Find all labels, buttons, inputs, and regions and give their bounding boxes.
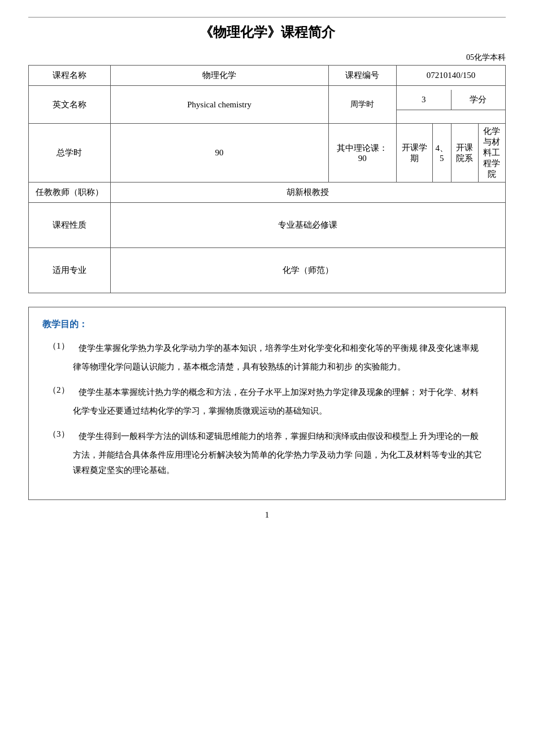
semester-dept-group: 开课学期 4、5 开课院系 化学与材料工程学院 <box>397 124 506 183</box>
top-line <box>28 17 506 18</box>
teaching-item-3: （3） 使学生得到一般科学方法的训练和逻辑思维能力的培养，掌握归纳和演绎或由假设… <box>42 429 492 478</box>
label-course-name: 课程名称 <box>29 66 111 86</box>
value-course-name: 物理化学 <box>110 66 328 86</box>
label-xuefen: 学分 <box>451 90 505 110</box>
label-total-hours: 总学时 <box>29 124 111 183</box>
label-semester: 开课学期 <box>397 124 432 182</box>
item-num-3: （3） <box>48 429 70 444</box>
value-dept: 化学与材料工程学院 <box>478 124 505 182</box>
label-major: 适用专业 <box>29 248 111 293</box>
page-number: 1 <box>28 510 506 520</box>
item-text-1-line1: 使学生掌握化学热力学及化学动力学的基本知识，培养学生对化学变化和相变化等的平衡规… <box>79 341 479 356</box>
teaching-item-2: （2） 使学生基本掌握统计热力学的概念和方法，在分子水平上加深对热力学定律及现象… <box>42 385 492 419</box>
value-major: 化学（师范） <box>110 248 505 293</box>
table-row-hours: 总学时 90 其中理论课：90 开课学期 4、5 开课院系 化学与材料工程学院 <box>29 124 506 183</box>
course-info-table: 课程名称 物理化学 课程编号 07210140/150 英文名称 Physica… <box>28 65 506 293</box>
item-num-1: （1） <box>48 341 70 356</box>
value-total-hours: 90 <box>110 124 328 183</box>
table-row-course-name: 课程名称 物理化学 课程编号 07210140/150 <box>29 66 506 86</box>
label-english-name: 英文名称 <box>29 86 111 124</box>
item-text-2-line2: 化学专业还要通过结构化学的学习，掌握物质微观运动的基础知识。 <box>48 403 492 419</box>
teaching-section: 教学目的： （1） 使学生掌握化学热力学及化学动力学的基本知识，培养学生对化学变… <box>28 307 506 500</box>
table-row-major: 适用专业 化学（师范） <box>29 248 506 293</box>
value-nature: 专业基础必修课 <box>110 203 505 248</box>
label-dept: 开课院系 <box>451 124 478 182</box>
table-row-teacher: 任教教师（职称） 胡新根教授 <box>29 183 506 203</box>
item-text-2-line1: 使学生基本掌握统计热力学的概念和方法，在分子水平上加深对热力学定律及现象的理解；… <box>79 385 479 400</box>
table-row-english-name: 英文名称 Physical chemistry 周学时 3 学分 <box>29 86 506 124</box>
label-nature: 课程性质 <box>29 203 111 248</box>
value-course-code: 07210140/150 <box>397 66 506 86</box>
label-theory-hours: 其中理论课：90 <box>328 124 397 183</box>
item-num-2: （2） <box>48 385 70 400</box>
item-text-3-line3: 课程奠定坚实的理论基础。 <box>48 463 492 478</box>
value-teacher: 胡新根教授 <box>110 183 505 203</box>
value-weekly-hours: 3 <box>397 90 451 110</box>
teaching-title: 教学目的： <box>42 319 492 331</box>
table-row-nature: 课程性质 专业基础必修课 <box>29 203 506 248</box>
page-title: 《物理化学》课程简介 <box>28 23 506 41</box>
value-english-name: Physical chemistry <box>110 86 328 124</box>
subtitle: 05化学本科 <box>28 53 506 63</box>
label-course-code: 课程编号 <box>328 66 397 86</box>
item-text-3-line2: 方法，并能结合具体条件应用理论分析解决较为简单的化学热力学及动力学 问题，为化工… <box>48 447 492 463</box>
value-semester: 4、5 <box>432 124 451 182</box>
item-text-3-line1: 使学生得到一般科学方法的训练和逻辑思维能力的培养，掌握归纳和演绎或由假设和模型上… <box>79 429 479 444</box>
label-teacher: 任教教师（职称） <box>29 183 111 203</box>
label-weekly-hours: 周学时 <box>328 86 397 124</box>
teaching-item-1: （1） 使学生掌握化学热力学及化学动力学的基本知识，培养学生对化学变化和相变化等… <box>42 341 492 375</box>
weekly-hours-group: 3 学分 <box>397 86 506 124</box>
item-text-1-line2: 律等物理化学问题认识能力，基本概念清楚，具有较熟练的计算能力和初步 的实验能力。 <box>48 359 492 375</box>
